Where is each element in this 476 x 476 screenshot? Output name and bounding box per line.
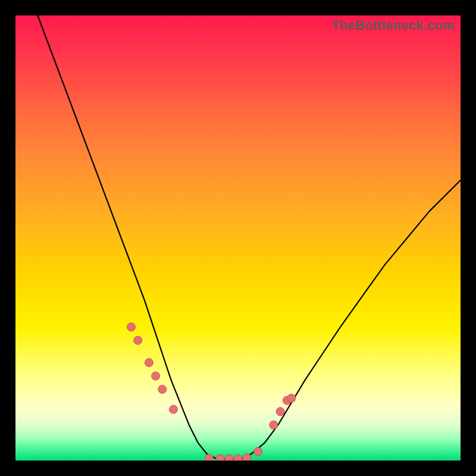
data-marker: [243, 454, 251, 461]
data-marker: [254, 447, 262, 456]
data-markers: [127, 323, 296, 461]
plot-area: TheBottleneck.com: [15, 15, 461, 461]
data-marker: [170, 405, 178, 414]
data-marker: [205, 454, 213, 461]
data-marker: [234, 455, 242, 461]
data-marker: [145, 358, 153, 367]
data-marker: [276, 408, 284, 416]
data-marker: [287, 394, 296, 402]
data-marker: [225, 455, 233, 461]
data-marker: [134, 336, 142, 345]
data-marker: [152, 372, 160, 380]
bottleneck-curve: [15, 15, 461, 461]
curve-line: [37, 15, 461, 459]
data-marker: [127, 323, 136, 331]
data-marker: [158, 385, 167, 393]
data-marker: [216, 455, 224, 461]
chart-stage: TheBottleneck.com: [0, 0, 476, 476]
data-marker: [270, 421, 278, 429]
